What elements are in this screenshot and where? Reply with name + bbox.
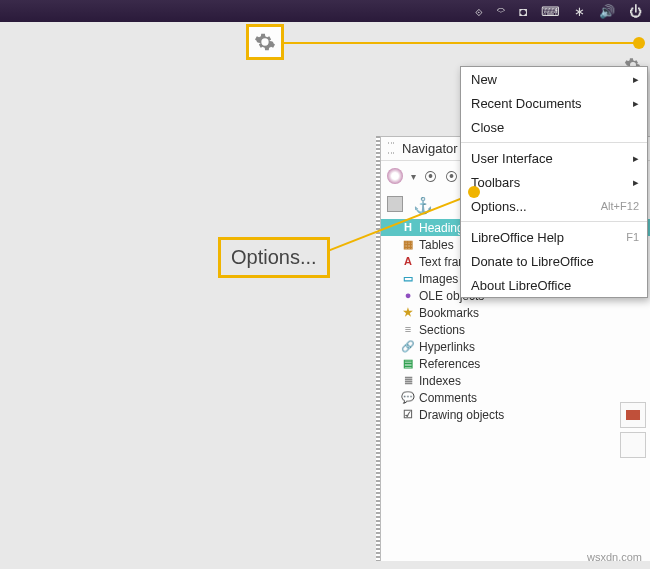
annotation-dot-2 xyxy=(468,186,480,198)
wifi-icon[interactable]: ⌔ xyxy=(497,4,505,19)
menu-item-label: New xyxy=(471,72,497,87)
ref-icon: ▤ xyxy=(401,357,415,371)
menu-separator xyxy=(461,142,647,143)
menu-item-label: Options... xyxy=(471,199,527,214)
ole-icon: ● xyxy=(401,289,415,303)
link-icon: 🔗 xyxy=(401,340,415,354)
dropbox-icon[interactable]: ⟐ xyxy=(475,4,483,19)
tree-item-sections[interactable]: ≡Sections xyxy=(381,321,650,338)
gear-dropdown-menu: NewRecent DocumentsCloseUser InterfaceTo… xyxy=(460,66,648,298)
menu-item-close[interactable]: Close xyxy=(461,115,647,139)
drag-dots-icon[interactable]: ⋮⋮ xyxy=(387,139,396,159)
annotation-dot-1 xyxy=(633,37,645,49)
menu-separator xyxy=(461,221,647,222)
comment-icon: 💬 xyxy=(401,391,415,405)
menu-item-label: LibreOffice Help xyxy=(471,230,564,245)
tree-item-hyperlinks[interactable]: 🔗Hyperlinks xyxy=(381,338,650,355)
keyboard-icon[interactable]: ⌨ xyxy=(541,4,560,19)
sidebar-buttons xyxy=(620,402,646,462)
tree-item-bookmarks[interactable]: ★Bookmarks xyxy=(381,304,650,321)
menu-item-label: About LibreOffice xyxy=(471,278,571,293)
tree-item-label: References xyxy=(419,357,480,371)
system-topbar: ⟐ ⌔ ◘ ⌨ ∗ 🔊 ⏻ xyxy=(0,0,650,22)
menu-item-label: Donate to LibreOffice xyxy=(471,254,594,269)
draw-icon: ☑ xyxy=(401,408,415,422)
tree-item-label: Bookmarks xyxy=(419,306,479,320)
tree-item-indexes[interactable]: ≣Indexes xyxy=(381,372,650,389)
dropdown-arrow-icon[interactable]: ▾ xyxy=(411,171,416,182)
nav-next-icon[interactable]: ⦿ xyxy=(445,169,458,184)
menu-item-about-libreoffice[interactable]: About LibreOffice xyxy=(461,273,647,297)
nav-prev-icon[interactable]: ⦿ xyxy=(424,169,437,184)
svg-line-0 xyxy=(325,194,473,252)
bookmark-icon: ★ xyxy=(401,306,415,320)
watermark: wsxdn.com xyxy=(587,551,642,563)
power-icon[interactable]: ⏻ xyxy=(629,4,642,19)
gear-icon[interactable] xyxy=(254,31,276,53)
menu-item-recent-documents[interactable]: Recent Documents xyxy=(461,91,647,115)
bluetooth-icon[interactable]: ∗ xyxy=(574,4,585,19)
tree-item-label: Indexes xyxy=(419,374,461,388)
tree-item-drawing-objects[interactable]: ☑Drawing objects xyxy=(381,406,650,423)
menu-item-label: Close xyxy=(471,120,504,135)
text-icon: A xyxy=(401,255,415,269)
tree-item-label: Drawing objects xyxy=(419,408,504,422)
volume-icon[interactable]: 🔊 xyxy=(599,4,615,19)
tree-item-references[interactable]: ▤References xyxy=(381,355,650,372)
annotation-connector-1 xyxy=(284,42,638,44)
menu-shortcut: F1 xyxy=(626,231,639,243)
menu-item-donate-to-libreoffice[interactable]: Donate to LibreOffice xyxy=(461,249,647,273)
index-icon: ≣ xyxy=(401,374,415,388)
side-button-compass[interactable] xyxy=(620,432,646,458)
shield-icon[interactable]: ◘ xyxy=(519,4,527,19)
section-icon: ≡ xyxy=(401,323,415,337)
menu-item-libreoffice-help[interactable]: LibreOffice HelpF1 xyxy=(461,225,647,249)
annotation-connector-2 xyxy=(325,192,473,252)
compass-icon[interactable] xyxy=(387,168,403,184)
tree-item-label: Images xyxy=(419,272,458,286)
tree-item-label: Comments xyxy=(419,391,477,405)
menu-item-options-[interactable]: Options...Alt+F12 xyxy=(461,194,647,218)
tree-item-comments[interactable]: 💬Comments xyxy=(381,389,650,406)
menu-shortcut: Alt+F12 xyxy=(601,200,639,212)
image-icon: ▭ xyxy=(401,272,415,286)
navigator-title: Navigator xyxy=(402,141,458,156)
menu-item-label: Recent Documents xyxy=(471,96,582,111)
menu-item-label: User Interface xyxy=(471,151,553,166)
menu-item-toolbars[interactable]: Toolbars xyxy=(461,170,647,194)
tree-item-label: Hyperlinks xyxy=(419,340,475,354)
gear-highlight-box xyxy=(246,24,284,60)
menu-item-new[interactable]: New xyxy=(461,67,647,91)
annotation-options-label: Options... xyxy=(218,237,330,278)
tree-item-label: Sections xyxy=(419,323,465,337)
menu-item-user-interface[interactable]: User Interface xyxy=(461,146,647,170)
side-button-1[interactable] xyxy=(620,402,646,428)
